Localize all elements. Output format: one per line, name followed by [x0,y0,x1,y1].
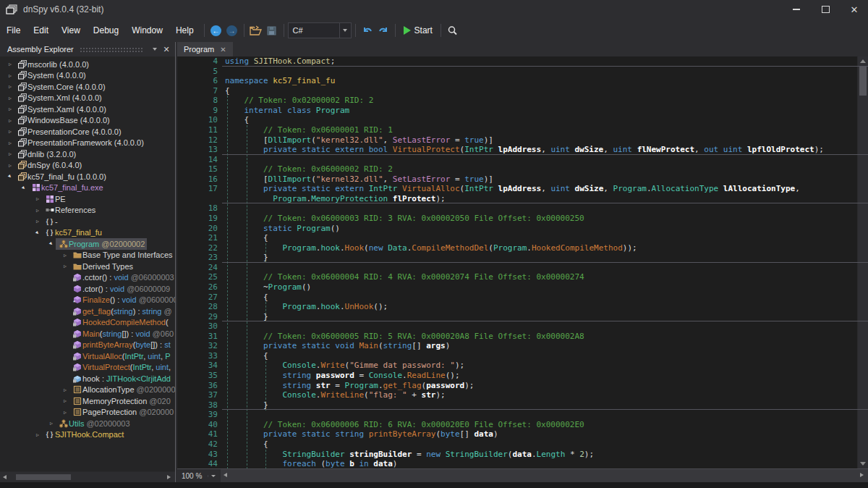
tree-item[interactable]: ▹Derived Types [0,261,175,272]
editor-hscrollbar[interactable] [221,469,868,482]
tree-item[interactable]: get_flag(string) : string @ [0,306,175,317]
expand-icon[interactable]: ▹ [33,207,42,214]
tree-item[interactable]: ▹mscorlib (4.0.0.0) [0,59,175,70]
toolbar-separator [284,24,284,37]
tree-item[interactable]: ▹System.Xaml (4.0.0.0) [0,104,175,115]
tree-item[interactable]: printByteArray(byte[]) : st [0,340,175,351]
line-number: 18 [177,203,225,214]
start-debug-button[interactable]: Start [399,24,437,37]
zoom-combobox[interactable]: 100 % [177,469,218,482]
expand-icon[interactable]: ▹ [6,83,14,90]
tree-item[interactable]: ▸Program @02000002 [0,238,175,250]
tree-item[interactable]: ▹WindowsBase (4.0.0.0) [0,115,175,127]
tree-item[interactable]: ▹PageProtection @020000 [0,407,175,418]
expand-icon[interactable]: ▹ [33,218,42,224]
scroll-left-icon [3,475,7,479]
tree-item[interactable]: *Finalize() : void @0600000 [0,295,175,306]
tree-item[interactable]: ▹References [0,205,175,216]
expand-icon[interactable]: ▹ [6,117,14,124]
maximize-button[interactable] [820,4,830,14]
expand-icon[interactable]: ▹ [6,72,14,79]
tree-item[interactable]: ▸kc57_final_fu (1.0.0.0) [0,171,175,182]
tab-close-icon[interactable]: ✕ [220,46,226,54]
assembly-icon [17,71,27,80]
tree-item[interactable]: ▹System.Core (4.0.0.0) [0,81,175,93]
navigate-back-button[interactable]: ← [208,22,224,38]
tree-item[interactable]: .ctor() : void @06000009 [0,283,175,295]
explorer-hscrollbar[interactable] [0,471,175,482]
expand-icon[interactable]: ▹ [61,387,69,393]
tree-item[interactable]: ▹System.Xml (4.0.0.0) [0,93,175,104]
language-combobox[interactable]: C# [288,22,352,38]
tree-item[interactable]: ▹PE [0,193,175,205]
expand-icon[interactable]: ▹ [33,432,42,438]
tree-item[interactable]: .cctor() : void @06000003 [0,272,175,284]
line-number: 10 [177,115,225,125]
minimize-button[interactable] [791,4,801,14]
expand-icon[interactable]: ▹ [6,95,14,101]
tree-item[interactable]: VirtualAlloc(IntPtr, uint, P [0,350,175,362]
tree-item[interactable]: ▹{ }SJITHook.Compact [0,429,175,441]
menu-item-debug[interactable]: Debug [87,22,125,38]
tree-item[interactable]: ▹PresentationFramework (4.0.0.0) [0,138,175,149]
expand-icon[interactable]: ▹ [61,263,69,269]
tree-item[interactable]: ▹PresentationCore (4.0.0.0) [0,126,175,138]
menu-item-file[interactable]: File [0,22,27,38]
expand-icon[interactable]: ▹ [47,420,56,426]
tree-item[interactable]: ▹dnlib (3.2.0.0) [0,148,175,160]
expand-icon[interactable]: ▹ [6,106,14,112]
back-icon: ← [210,25,221,36]
tree-item[interactable]: ▹dnSpy (6.0.4.0) [0,160,175,172]
chevron-down-icon [339,23,351,38]
menu-item-help[interactable]: Help [169,22,200,38]
tree-item[interactable]: ▸kc57_final_fu.exe [0,182,175,194]
open-file-button[interactable] [248,22,264,38]
redo-button[interactable] [375,22,391,38]
expand-icon[interactable]: ▹ [6,151,14,157]
panel-drag-grip[interactable] [80,46,143,52]
tree-item[interactable]: HookedCompileMethod( [0,317,175,329]
tree-item[interactable]: ▹Utils @02000003 [0,418,175,429]
navigate-forward-button[interactable]: → [224,22,240,38]
tree-item[interactable]: Main(string[]) : void @060 [0,328,175,340]
tree-item[interactable]: ▹System (4.0.0.0) [0,70,175,82]
tree-item[interactable]: ▹{ }- [0,216,175,227]
line-number: 42 [177,439,225,450]
expand-icon[interactable]: ▹ [6,162,14,169]
code-line: 5 [177,67,858,77]
scrollbar-thumb[interactable] [16,474,71,480]
tree-item-label: PresentationCore (4.0.0.0) [27,127,122,136]
tree-item[interactable]: ▹MemoryProtection @020 [0,395,175,407]
enum-icon [72,397,82,405]
expand-icon[interactable]: ▹ [6,61,14,67]
save-module-button[interactable] [264,22,280,38]
expand-icon[interactable]: ▹ [61,252,69,258]
close-button[interactable]: ✕ [849,4,859,14]
code-line: 28 Program.hook.UnHook(); [177,302,858,312]
undo-button[interactable] [359,22,375,38]
expand-icon[interactable]: ▹ [6,140,14,146]
assembly-icon [17,138,27,147]
tab-program[interactable]: Program ✕ [177,42,233,56]
panel-close-button[interactable]: ✕ [161,43,172,55]
panel-menu-button[interactable] [149,43,161,55]
search-button[interactable] [445,22,461,38]
expand-icon[interactable]: ▹ [6,128,14,135]
menu-item-view[interactable]: View [55,22,87,38]
scrollbar-thumb[interactable] [859,67,867,96]
code-line: 31 // Token: 0x06000005 RID: 5 RVA: 0x00… [177,332,858,342]
menu-item-edit[interactable]: Edit [27,22,55,38]
expand-icon[interactable]: ▹ [61,397,69,404]
code-line: 4using SJITHook.Compact; [177,56,858,67]
tree-item[interactable]: VirtualProtect(IntPtr, uint, [0,362,175,374]
expand-icon[interactable]: ▹ [61,409,69,416]
method-private-icon [72,329,82,338]
code-line: 27 { [177,293,858,303]
tree-item[interactable]: hook : JITHook<ClrjitAdd [0,373,175,384]
tree-item[interactable]: ▹AllocationType @0200000 [0,384,175,396]
tree-item-label: hook : JITHook<ClrjitAdd [82,374,171,383]
tree-item[interactable]: ▸{ }kc57_final_fu [0,227,175,239]
tree-item[interactable]: ▹Base Type and Interfaces [0,250,175,261]
menu-item-window[interactable]: Window [125,22,169,38]
expand-icon[interactable]: ▹ [33,195,42,202]
